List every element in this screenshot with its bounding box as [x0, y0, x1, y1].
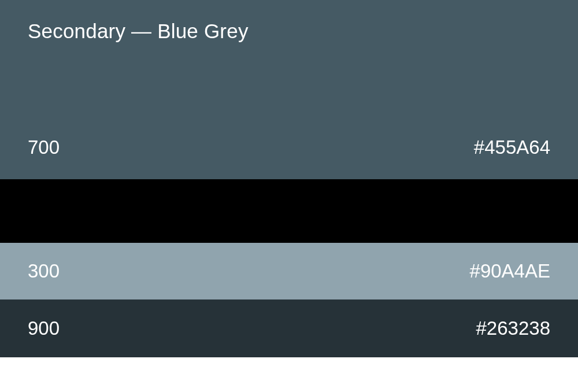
swatch-hex-value: #90A4AE: [470, 260, 550, 282]
blank-swatch: [0, 179, 578, 243]
swatch-shade-label: 700: [28, 136, 60, 158]
swatch-hex-value: #455A64: [474, 136, 550, 158]
color-palette: Secondary — Blue Grey 700 #455A64 300 #9…: [0, 0, 578, 392]
swatch-shade-label: 900: [28, 317, 60, 339]
swatch-row-300: 300 #90A4AE: [0, 243, 578, 299]
swatch-footer: 700 #455A64: [28, 136, 550, 158]
palette-title: Secondary — Blue Grey: [28, 20, 550, 43]
swatch-hex-value: #263238: [476, 317, 550, 339]
swatch-shade-label: 300: [28, 260, 60, 282]
hero-swatch-700: Secondary — Blue Grey 700 #455A64: [0, 0, 578, 179]
swatch-row-900: 900 #263238: [0, 299, 578, 357]
